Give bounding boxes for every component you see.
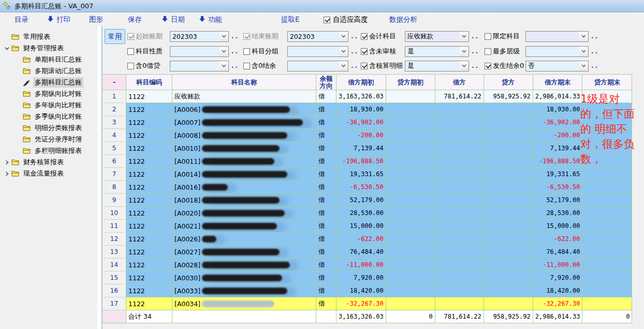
cell-begin-credit[interactable]	[386, 90, 435, 103]
cell-subject-name[interactable]: [A0018]	[172, 194, 316, 207]
cell-begin-credit[interactable]	[386, 284, 435, 297]
cell-end-debit[interactable]: -36,902.00	[533, 116, 582, 129]
cell-subject-name[interactable]: [A0006]	[172, 103, 316, 116]
cell-begin-credit[interactable]	[386, 194, 435, 207]
cell-subject-code[interactable]: 1122	[126, 246, 172, 259]
filter-combo-科目性质[interactable]	[170, 46, 229, 57]
combo-more-button[interactable]: ..	[472, 33, 479, 40]
row-number-cell[interactable]: 9	[103, 194, 126, 207]
cell-subject-name[interactable]: [A0033]	[172, 284, 316, 297]
column-header-借方[interactable]: 借方	[435, 75, 484, 90]
menu-item-功能[interactable]: 功能	[199, 15, 222, 25]
cell-debit[interactable]	[435, 155, 484, 168]
cell-credit[interactable]: 958,925.92	[484, 90, 533, 103]
column-header-借方期初[interactable]: 借方期初	[336, 75, 386, 90]
filter-checkbox-含0借贷[interactable]	[127, 63, 134, 69]
filter-combo-起始账期[interactable]: 202303	[170, 31, 229, 42]
cell-credit[interactable]	[484, 259, 533, 271]
combo-more-button[interactable]: ..	[351, 62, 359, 69]
cell-debit[interactable]	[435, 233, 484, 246]
column-header-余额方向[interactable]: 余额 方向	[316, 75, 336, 90]
cell-begin-debit[interactable]: -622.00	[336, 233, 386, 246]
table-row[interactable]: 131122[A0027]借76,484.4076,484.40	[103, 246, 632, 259]
cell-balance-direction[interactable]: 借	[316, 181, 336, 194]
combo-more-button[interactable]: ..	[231, 62, 239, 69]
cell-end-debit[interactable]: 2,986,014.33	[533, 90, 582, 103]
combo-more-button[interactable]: ..	[591, 33, 599, 40]
filter-checkbox-含0结余[interactable]	[243, 63, 250, 69]
cell-credit[interactable]	[484, 297, 533, 310]
table-row[interactable]: 71122[A0014]借19,331.6519,331.65	[103, 168, 632, 181]
cell-begin-credit[interactable]	[386, 155, 435, 168]
cell-subject-code[interactable]: 1122	[126, 207, 172, 220]
cell-subject-name[interactable]: [A0020]	[172, 207, 316, 220]
cell-begin-debit[interactable]: 52,179.00	[336, 194, 386, 207]
cell-balance-direction[interactable]: 借	[316, 155, 336, 168]
expander-collapsed-icon[interactable]	[3, 171, 10, 176]
cell-debit[interactable]	[435, 116, 484, 129]
cell-balance-direction[interactable]: 借	[316, 246, 336, 259]
table-row[interactable]: 51122[A0010]借7,139.447,139.44	[103, 142, 632, 155]
table-row[interactable]: 101122[A0020]借28,530.0028,530.00	[103, 207, 632, 220]
cell-subject-name[interactable]: 应收账款	[172, 90, 316, 103]
cell-subject-name[interactable]: [A0034]	[172, 297, 316, 310]
filter-combo-科目分组[interactable]	[287, 46, 348, 57]
cell-end-credit[interactable]	[582, 271, 632, 284]
filter-checkbox-含核算明细[interactable]	[361, 63, 368, 69]
chevron-down-icon[interactable]	[460, 47, 469, 56]
filter-combo-结束账期[interactable]: 202303	[287, 31, 348, 42]
row-number-cell[interactable]: 17	[103, 297, 126, 310]
cell-debit[interactable]	[435, 259, 484, 271]
total-end-credit[interactable]: 0	[582, 310, 632, 323]
combo-more-button[interactable]: ..	[231, 33, 239, 40]
filter-combo-会计科目[interactable]: 应收账款	[405, 31, 469, 42]
cell-begin-debit[interactable]: 7,920.00	[336, 271, 386, 284]
cell-end-debit[interactable]: 19,331.65	[533, 168, 582, 181]
cell-end-credit[interactable]	[582, 297, 632, 310]
menu-item-图形[interactable]: 图形	[89, 15, 103, 25]
fit-height-checkbox[interactable]	[324, 17, 330, 23]
cell-end-debit[interactable]: 28,530.00	[533, 207, 582, 220]
row-number-cell[interactable]: 4	[103, 129, 126, 142]
cell-end-credit[interactable]	[582, 220, 632, 233]
cell-begin-debit[interactable]: 3,163,326.03	[336, 90, 386, 103]
cell-end-debit[interactable]: -32,267.30	[533, 297, 582, 310]
menu-item-保存[interactable]: 保存	[128, 15, 142, 25]
filter-combo-含核算明细[interactable]: 是	[405, 61, 469, 71]
total-debit[interactable]: 781,614.22	[435, 310, 484, 323]
menu-item-日期[interactable]: 日期	[162, 15, 185, 25]
table-row[interactable]: 161122[A0033]借18,420.0018,420.00	[103, 284, 632, 297]
cell-credit[interactable]	[484, 116, 533, 129]
cell-subject-name[interactable]: [A0010]	[172, 142, 316, 155]
chevron-down-icon[interactable]	[339, 47, 348, 56]
table-row[interactable]: 21122[A0006]借18,930.0018,930.00	[103, 103, 632, 116]
table-row[interactable]: 61122[A0011]借-196,888.50-196,888.50	[103, 155, 632, 168]
cell-credit[interactable]	[484, 220, 533, 233]
cell-subject-code[interactable]: 1122	[126, 233, 172, 246]
cell-begin-credit[interactable]	[386, 116, 435, 129]
expander-collapsed-icon[interactable]	[3, 160, 10, 165]
filter-combo-限定科目[interactable]	[525, 31, 589, 42]
filter-checkbox-限定科目[interactable]	[485, 33, 491, 40]
sidebar-item-多期滚动汇总账[interactable]: 多期滚动汇总账	[0, 65, 97, 77]
cell-subject-code[interactable]: 1122	[126, 168, 172, 181]
cell-subject-code[interactable]: 1122	[126, 220, 172, 233]
column-header-index[interactable]: -	[103, 75, 126, 90]
cell-begin-credit[interactable]	[386, 246, 435, 259]
cell-subject-code[interactable]: 1122	[126, 259, 172, 271]
cell-credit[interactable]	[484, 168, 533, 181]
combo-more-button[interactable]: ..	[591, 48, 599, 55]
filter-combo-含0借贷[interactable]	[170, 61, 229, 71]
cell-debit[interactable]	[435, 220, 484, 233]
cell-balance-direction[interactable]: 借	[316, 220, 336, 233]
filter-combo-最多层级[interactable]	[525, 46, 589, 57]
filter-checkbox-发生结余0[interactable]	[485, 63, 491, 69]
total-begin-debit[interactable]: 3,163,326.03	[336, 310, 386, 323]
cell-end-debit[interactable]: 52,179.00	[533, 194, 582, 207]
chevron-down-icon[interactable]	[339, 32, 348, 41]
cell-begin-debit[interactable]: -6,530.50	[336, 181, 386, 194]
sidebar-item-常用报表[interactable]: 常用报表	[0, 31, 97, 42]
cell-subject-code[interactable]: 1122	[126, 271, 172, 284]
cell-subject-name[interactable]: [A0030]	[172, 271, 316, 284]
combo-more-button[interactable]: ..	[351, 48, 359, 55]
